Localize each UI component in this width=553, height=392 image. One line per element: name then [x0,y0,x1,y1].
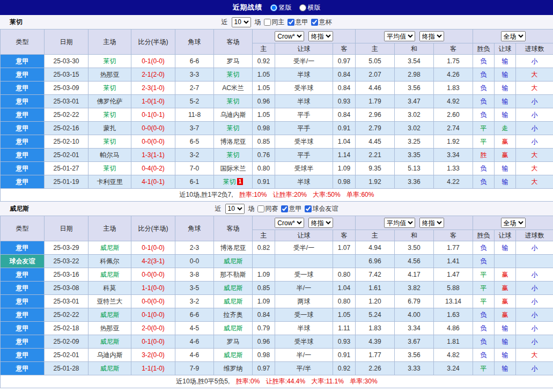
away-team-cell[interactable]: 莱切1 [214,175,253,189]
home-team-cell[interactable]: 莱切 [89,162,131,175]
filter-option-italy-cup[interactable]: 意杯 [311,18,332,27]
team-section-venezia: 威尼斯 近 10 场 同赛 意甲 球会友谊 [0,202,553,388]
handicap-odds-home-cell: 0.97 [253,362,275,375]
home-team-cell[interactable]: 科莫 [89,282,131,295]
corner-cell: 6-1 [175,175,214,189]
home-team-cell[interactable]: 莱切 [89,55,131,68]
match-date-cell: 25-03-22 [45,255,89,268]
section-header: 威尼斯 近 10 场 同赛 意甲 球会友谊 [0,202,553,216]
away-team-cell[interactable]: 莱切 [214,149,253,162]
home-team-cell[interactable]: 威尼斯 [89,241,131,255]
recent-count-select[interactable]: 10 [232,17,251,27]
home-team-cell[interactable]: 佛罗伦萨 [89,95,131,108]
same-competition-checkbox[interactable] [257,205,264,212]
away-team-cell[interactable]: 威尼斯 [214,349,253,362]
away-team-cell[interactable]: 那不勒斯 [214,268,253,282]
average-final-select[interactable]: 终指 [419,31,444,41]
goals-result-cell: 小 [516,268,553,282]
home-team-cell[interactable]: 亚特兰大 [89,295,131,308]
away-team-cell[interactable]: 国际米兰 [214,162,253,175]
home-team-cell[interactable]: 帕尔马 [89,149,131,162]
scope-select[interactable]: 全场 [501,218,526,228]
away-team-cell[interactable]: 威尼斯 [214,322,253,335]
home-team-cell[interactable]: 威尼斯 [89,268,131,282]
match-date-cell: 25-03-29 [45,241,89,255]
competition-type-cell: 意甲 [1,108,45,122]
handicap-line-cell: 两球 [275,295,333,308]
odds-final-select[interactable]: 终指 [308,218,333,228]
average-select[interactable]: 平均值 [384,218,415,228]
match-date-cell: 25-02-16 [45,122,89,135]
match-date-cell: 25-02-10 [45,135,89,149]
result-cell: 负 [473,162,495,175]
home-team-cell[interactable]: 莱切 [89,82,131,95]
away-team-cell[interactable]: 威尼斯 [214,282,253,295]
away-team-cell[interactable]: 莱切 [214,68,253,82]
handicap-odds-away-cell: 0.93 [333,95,356,108]
serie-a-checkbox[interactable] [287,19,294,26]
away-team-cell[interactable]: 威尼斯 [214,295,253,308]
average-final-select[interactable]: 终指 [419,218,444,228]
competition-type-cell: 意甲 [1,335,45,349]
away-team-cell[interactable]: 博洛尼亚 [214,241,253,255]
handicap-odds-away-cell: 0.97 [333,55,356,68]
handicap-odds-home-cell: 1.05 [253,82,275,95]
filter-option-serie-a[interactable]: 意甲 [287,18,308,27]
scope-select[interactable]: 全场 [501,31,526,41]
same-home-checkbox[interactable] [264,19,271,26]
goals-result-cell: 大 [516,162,553,175]
recent-count-select[interactable]: 10 [225,204,245,214]
italy-cup-checkbox[interactable] [311,19,318,26]
layout-option-vertical[interactable]: 竖版 [270,3,292,12]
away-team-cell[interactable]: 莱切 [214,95,253,108]
home-team-cell[interactable]: 莱切 [89,135,131,149]
away-team-cell[interactable]: 罗马 [214,55,253,68]
home-team-cell[interactable]: 热那亚 [89,322,131,335]
col-home: 主场 [89,29,131,55]
score-cell: 2-0(0-0) [131,322,175,335]
score-cell: 0-0(0-0) [131,268,175,282]
vertical-layout-radio[interactable] [270,4,277,11]
odds-final-select[interactable]: 终指 [308,31,333,41]
filter-option-same-home[interactable]: 同主 [264,18,285,27]
average-select[interactable]: 平均值 [384,31,415,41]
away-team-cell[interactable]: 罗马 [214,335,253,349]
filter-option-serie-a[interactable]: 意甲 [281,204,302,213]
home-team-cell[interactable]: 乌迪内斯 [89,349,131,362]
result-cell: 平 [473,362,495,375]
goals-result-cell: 大 [516,175,553,189]
club-friendly-checkbox[interactable] [305,205,312,212]
home-team-cell[interactable]: 威尼斯 [89,335,131,349]
home-team-cell[interactable]: 科佩尔 [89,255,131,268]
avg-odds-draw-cell: 3.50 [395,241,434,255]
layout-option-horizontal[interactable]: 横版 [299,3,321,12]
horizontal-layout-radio[interactable] [299,4,306,11]
away-team-cell[interactable]: 拉齐奥 [214,308,253,322]
away-team-cell[interactable]: AC米兰 [214,82,253,95]
away-team-cell[interactable]: 威尼斯 [214,255,253,268]
avg-odds-draw-cell: 4.00 [395,308,434,322]
home-team-cell[interactable]: 莱切 [89,108,131,122]
team-name[interactable]: 威尼斯 [10,204,29,213]
team-name[interactable]: 莱切 [10,18,23,27]
home-team-cell[interactable]: 蒙扎 [89,122,131,135]
away-team-cell[interactable]: 维罗纳 [214,362,253,375]
handicap-result-cell: 输 [495,322,516,335]
match-row: 球会友谊25-03-22科佩尔4-2(3-1)0-0威尼斯6.964.561.4… [1,255,553,268]
home-team-cell[interactable]: 威尼斯 [89,362,131,375]
odds-company-select[interactable]: Crow* [275,31,304,41]
home-team-cell[interactable]: 热那亚 [89,68,131,82]
away-team-cell[interactable]: 乌迪内斯 [214,108,253,122]
away-team-cell[interactable]: 莱切 [214,122,253,135]
match-date-cell: 25-02-01 [45,149,89,162]
home-team-cell[interactable]: 威尼斯 [89,308,131,322]
filter-option-club-friendly[interactable]: 球会友谊 [305,204,338,213]
avg-odds-draw-cell: 3.67 [395,335,434,349]
match-date-cell: 25-03-09 [45,82,89,95]
filter-option-same-competition[interactable]: 同赛 [257,204,278,213]
odds-company-select[interactable]: Crow* [275,218,304,228]
home-team-cell[interactable]: 卡利亚里 [89,175,131,189]
serie-a-checkbox[interactable] [281,205,288,212]
avg-odds-away-cell: 1.83 [434,82,473,95]
away-team-cell[interactable]: 博洛尼亚 [214,135,253,149]
